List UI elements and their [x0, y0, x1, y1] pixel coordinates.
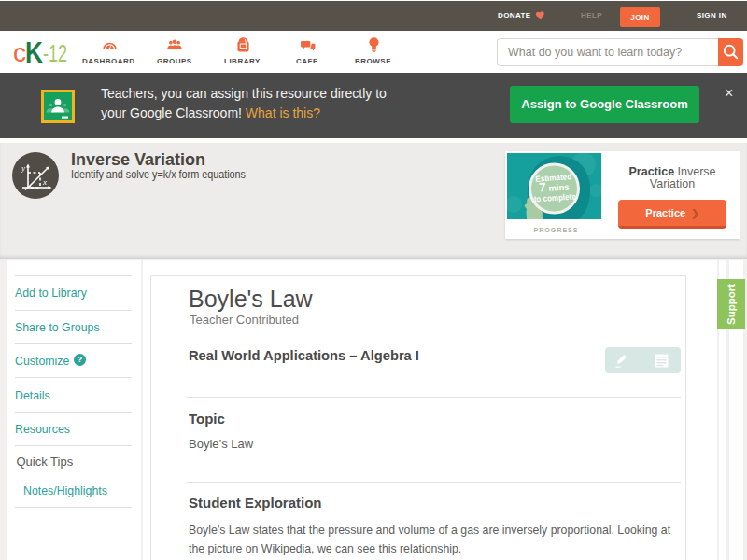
svg-text:K: K	[25, 36, 44, 69]
svg-text:-12: -12	[43, 39, 67, 67]
svg-text:x: x	[42, 177, 47, 187]
svg-text:y: y	[21, 163, 25, 173]
svg-text:c: c	[13, 38, 26, 67]
